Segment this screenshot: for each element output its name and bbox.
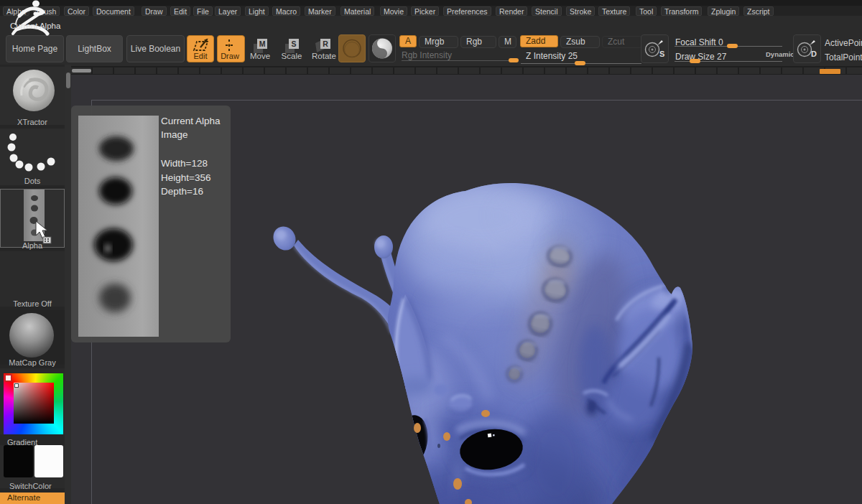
svg-text:M: M [259,39,266,48]
svg-text:Scale: Scale [282,52,302,60]
svg-text:R: R [323,39,328,48]
svg-text:S: S [291,39,296,48]
svg-text:Draw: Draw [221,52,239,60]
svg-text:S: S [659,50,664,58]
svg-text:Edit: Edit [194,52,208,60]
svg-text:D: D [811,50,817,58]
svg-text:Rotate: Rotate [312,52,336,60]
svg-text:Move: Move [250,52,270,60]
